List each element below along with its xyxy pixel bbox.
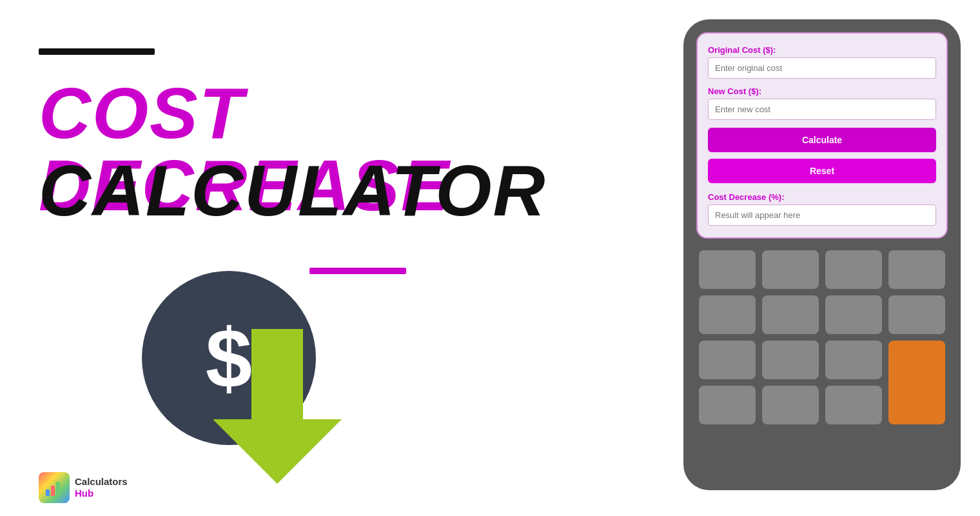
calculator-body: Original Cost ($): New Cost ($): Calcula… [683, 19, 961, 490]
calc-key-13[interactable] [762, 386, 819, 424]
calc-key-8[interactable] [888, 295, 945, 334]
calc-key-14[interactable] [825, 386, 882, 424]
dollar-icon-wrapper: $ [142, 271, 413, 503]
decorative-black-bar [39, 48, 155, 55]
svg-rect-3 [56, 482, 60, 496]
calc-key-12[interactable] [699, 386, 756, 424]
green-arrow-icon [213, 329, 342, 484]
calculator-screen: Original Cost ($): New Cost ($): Calcula… [696, 32, 948, 239]
calc-key-3[interactable] [825, 250, 882, 289]
calc-key-11[interactable] [825, 341, 882, 379]
calc-key-10[interactable] [762, 341, 819, 379]
result-label: Cost Decrease (%): [708, 192, 936, 202]
svg-rect-1 [46, 490, 50, 496]
calc-key-orange[interactable] [888, 341, 945, 424]
calculator-keypad [696, 250, 948, 424]
calc-key-9[interactable] [699, 341, 756, 379]
new-cost-input[interactable] [708, 99, 936, 120]
title-line2: CALCULATOR [39, 155, 546, 227]
original-cost-input[interactable] [708, 57, 936, 79]
logo-name-line1: Calculators [75, 476, 128, 488]
calc-key-4[interactable] [888, 250, 945, 289]
calc-key-7[interactable] [825, 295, 882, 334]
logo: Calculators Hub [39, 472, 128, 503]
result-input [708, 204, 936, 226]
logo-name-line2: Hub [75, 488, 128, 499]
new-cost-label: New Cost ($): [708, 86, 936, 96]
calc-key-6[interactable] [762, 295, 819, 334]
left-section: COST DECREASE CALCULATOR $ Calculators H… [39, 0, 567, 516]
svg-rect-2 [51, 486, 55, 496]
calc-key-1[interactable] [699, 250, 756, 289]
calculate-button[interactable]: Calculate [708, 128, 936, 152]
logo-text: Calculators Hub [75, 476, 128, 499]
svg-rect-4 [47, 481, 52, 482]
svg-marker-0 [213, 329, 342, 484]
calc-key-5[interactable] [699, 295, 756, 334]
calc-key-2[interactable] [762, 250, 819, 289]
original-cost-label: Original Cost ($): [708, 45, 936, 55]
calculator-wrapper: Original Cost ($): New Cost ($): Calcula… [683, 19, 961, 490]
logo-icon [39, 472, 70, 503]
reset-button[interactable]: Reset [708, 159, 936, 183]
